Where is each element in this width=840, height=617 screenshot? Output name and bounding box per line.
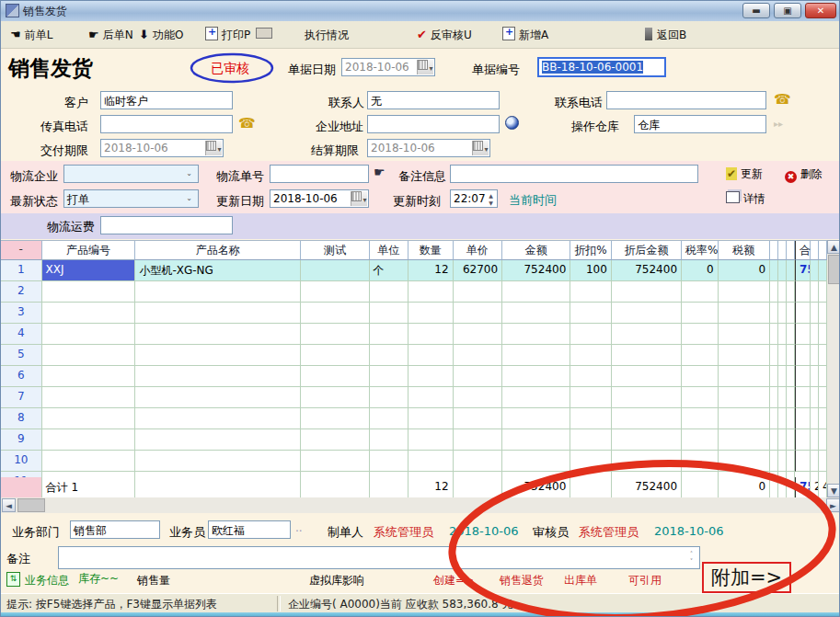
table-cell[interactable]: 752400: [502, 260, 570, 281]
hand-pointer-icon[interactable]: ☛: [374, 165, 385, 179]
table-cell[interactable]: [795, 303, 811, 324]
table-cell[interactable]: [682, 408, 719, 429]
table-row[interactable]: 4: [1, 324, 827, 345]
table-cell[interactable]: [811, 451, 819, 472]
table-cell[interactable]: [795, 429, 811, 451]
table-cell[interactable]: [778, 324, 787, 345]
table-cell[interactable]: [682, 451, 719, 472]
table-row[interactable]: 9: [1, 429, 827, 451]
latest-status-select[interactable]: 打单⌄: [63, 189, 199, 208]
table-cell[interactable]: [570, 408, 612, 429]
table-cell[interactable]: [570, 366, 612, 387]
table-cell[interactable]: [570, 387, 612, 408]
table-cell[interactable]: [135, 324, 301, 345]
table-cell[interactable]: [811, 429, 819, 451]
print-button[interactable]: +打印P: [205, 27, 272, 43]
table-cell[interactable]: [42, 366, 136, 387]
table-cell[interactable]: [408, 429, 454, 451]
table-cell[interactable]: [682, 303, 719, 324]
table-cell[interactable]: [819, 429, 827, 451]
table-cell[interactable]: [502, 408, 570, 429]
vscroll-thumb[interactable]: [828, 255, 840, 284]
table-cell[interactable]: [795, 451, 811, 472]
table-cell[interactable]: [42, 451, 136, 472]
table-cell[interactable]: [795, 281, 811, 303]
table-cell[interactable]: [612, 429, 682, 451]
table-cell[interactable]: [370, 451, 409, 472]
table-cell[interactable]: 62700: [454, 260, 502, 281]
remark-spinner-icon[interactable]: ˄˅: [685, 550, 697, 565]
table-cell[interactable]: [301, 303, 369, 324]
return-button[interactable]: 返回B: [645, 27, 686, 43]
table-cell[interactable]: 个: [370, 260, 409, 281]
horizontal-scrollbar[interactable]: ◄ ►: [1, 497, 840, 513]
table-cell[interactable]: [770, 429, 778, 451]
column-header[interactable]: [811, 241, 819, 260]
contact-phone-input[interactable]: [606, 91, 766, 109]
table-cell[interactable]: [811, 366, 819, 387]
table-cell[interactable]: 100: [570, 260, 612, 281]
table-cell[interactable]: [502, 387, 570, 408]
table-cell[interactable]: [370, 303, 409, 324]
table-row[interactable]: 1XXJ小型机-XG-NG个12627007524001007524000075: [1, 260, 827, 281]
table-cell[interactable]: [682, 387, 719, 408]
table-cell[interactable]: [819, 324, 827, 345]
hscroll-thumb[interactable]: [17, 498, 45, 512]
table-cell[interactable]: [811, 303, 819, 324]
table-cell[interactable]: [811, 387, 819, 408]
salesman-input[interactable]: 欧红福: [208, 520, 291, 539]
chevron-down-icon[interactable]: ⌄: [181, 191, 197, 206]
table-cell[interactable]: [787, 387, 795, 408]
table-cell[interactable]: 5: [1, 345, 42, 366]
table-cell[interactable]: [819, 303, 827, 324]
scroll-up-icon[interactable]: ▲: [827, 240, 840, 254]
column-header[interactable]: 数量: [408, 241, 454, 260]
detail-button[interactable]: 详情: [726, 191, 765, 207]
table-cell[interactable]: [502, 324, 570, 345]
table-row[interactable]: 8: [1, 408, 827, 429]
table-cell[interactable]: 75: [795, 260, 811, 281]
table-cell[interactable]: [770, 324, 778, 345]
table-row[interactable]: 7: [1, 387, 827, 408]
column-header[interactable]: 产品名称: [135, 241, 301, 260]
table-cell[interactable]: [778, 303, 787, 324]
column-header[interactable]: 合计: [795, 241, 811, 260]
table-cell[interactable]: [682, 324, 719, 345]
table-cell[interactable]: [819, 408, 827, 429]
table-cell[interactable]: [787, 260, 795, 281]
column-header[interactable]: 测试: [301, 241, 369, 260]
table-cell[interactable]: [135, 387, 301, 408]
table-cell[interactable]: [301, 451, 369, 472]
table-cell[interactable]: [787, 429, 795, 451]
items-table[interactable]: -产品编号产品名称测试单位数量单价金额折扣%折后金额税率%税额合计1XXJ小型机…: [1, 240, 827, 498]
table-cell[interactable]: [778, 260, 787, 281]
table-cell[interactable]: [370, 324, 409, 345]
table-cell[interactable]: [612, 451, 682, 472]
outbound-link[interactable]: 出库单: [564, 573, 597, 588]
phone-icon[interactable]: ☎: [774, 91, 791, 108]
column-header[interactable]: 金额: [502, 241, 570, 260]
table-cell[interactable]: [454, 408, 502, 429]
table-cell[interactable]: 0: [682, 260, 719, 281]
functions-button[interactable]: ⬇功能O: [139, 27, 183, 43]
title-bar[interactable]: 销售发货 ▬ ▣ ✕: [1, 1, 840, 22]
table-cell[interactable]: [819, 387, 827, 408]
scroll-right-icon[interactable]: ►: [826, 498, 840, 512]
sales-return-link[interactable]: 销售退货: [500, 573, 544, 588]
scroll-left-icon[interactable]: ◄: [2, 498, 16, 512]
table-cell[interactable]: [454, 281, 502, 303]
table-cell[interactable]: [370, 429, 409, 451]
table-cell[interactable]: [778, 408, 787, 429]
prev-doc-button[interactable]: ☚前单L: [10, 27, 52, 43]
table-cell[interactable]: [301, 260, 369, 281]
table-cell[interactable]: [787, 324, 795, 345]
table-cell[interactable]: [770, 387, 778, 408]
table-cell[interactable]: [135, 451, 301, 472]
table-cell[interactable]: [719, 281, 770, 303]
column-header[interactable]: 税额: [719, 241, 770, 260]
table-row[interactable]: 2: [1, 281, 827, 303]
table-cell[interactable]: [795, 408, 811, 429]
table-cell[interactable]: [778, 387, 787, 408]
table-cell[interactable]: [454, 429, 502, 451]
column-header[interactable]: 单位: [370, 241, 409, 260]
